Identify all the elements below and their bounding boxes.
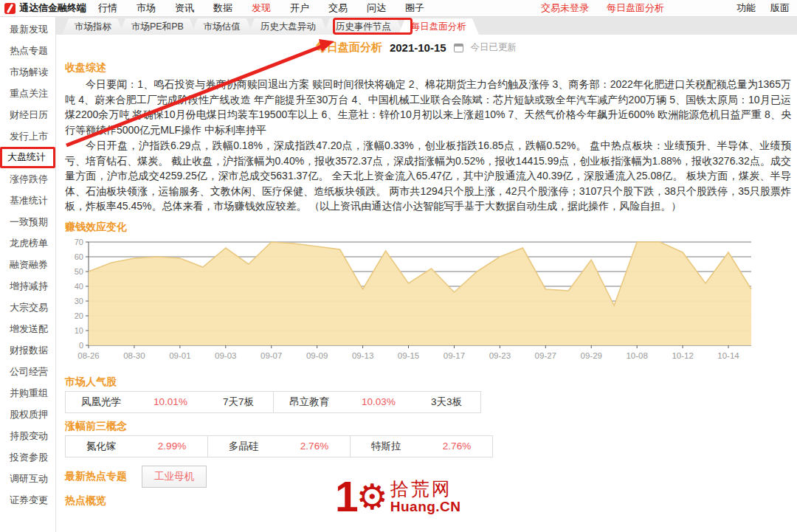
- report-header: 每日盘面分析 2021-10-15 今日已更新: [65, 41, 767, 55]
- sidebar-item-1[interactable]: 最新发现: [0, 18, 55, 40]
- hot-overview-heading: 热点概览: [65, 494, 797, 508]
- svg-text:09-27: 09-27: [535, 351, 556, 360]
- layout-menu[interactable]: 版面: [770, 1, 790, 15]
- sidebar-item-13[interactable]: 增持减持: [0, 275, 55, 297]
- svg-text:70: 70: [75, 238, 83, 246]
- top-concepts-table: 氮化镓2.99%多晶硅2.76%特斯拉2.76%: [65, 435, 493, 457]
- sidebar-item-17[interactable]: 公司经营: [0, 361, 55, 382]
- top-menu-item-3[interactable]: 资讯: [175, 1, 194, 15]
- top-menu-item-2[interactable]: 市场: [137, 1, 156, 15]
- sidebar-item-22[interactable]: 调研互动: [0, 468, 55, 489]
- sidebar-item-16[interactable]: 财报数据: [0, 339, 55, 361]
- hot-stock-row-2[interactable]: 昂立教育10.03%3天3板: [273, 392, 480, 412]
- sidebar-item-8[interactable]: 涨停跌停: [0, 168, 55, 190]
- top-menu-item-6[interactable]: 开户: [290, 1, 309, 15]
- money-effect-heading: 赚钱效应变化: [65, 221, 797, 234]
- stock-streak: 3天3板: [413, 395, 480, 409]
- trade-login-status[interactable]: 交易未登录: [541, 1, 589, 15]
- tab-bar: 市场指标市场PE和PB市场估值历史大盘异动历史事件节点每日盘面分析: [56, 17, 797, 35]
- app-title: 通达信金融终端: [19, 1, 86, 15]
- tab-2[interactable]: 市场PE和PB: [119, 18, 196, 35]
- report-date: 2021-10-15: [390, 41, 446, 54]
- top-menu-item-7[interactable]: 交易: [328, 1, 348, 15]
- sidebar-item-20[interactable]: 持股变动: [0, 425, 55, 446]
- top-menu-item-8[interactable]: 问达: [367, 1, 386, 15]
- tab-4[interactable]: 历史大盘异动: [248, 18, 328, 35]
- svg-text:20: 20: [75, 311, 83, 320]
- stock-name: 凤凰光学: [66, 395, 137, 409]
- svg-text:09-15: 09-15: [398, 351, 419, 360]
- concept-item-1[interactable]: 氮化镓2.99%: [66, 436, 207, 457]
- sidebar-item-3[interactable]: 市场解读: [0, 61, 55, 83]
- hot-topic-heading: 最新热点专题: [65, 470, 127, 483]
- sidebar-item-10[interactable]: 一致预期: [0, 211, 55, 232]
- top-mid-links: 交易未登录 每日盘面分析: [541, 1, 664, 15]
- top-menu-item-5[interactable]: 发现: [252, 1, 271, 15]
- sidebar-item-21[interactable]: 投资参股: [0, 446, 55, 468]
- svg-text:10-12: 10-12: [672, 351, 693, 360]
- concept-change-pct: 2.76%: [421, 441, 492, 452]
- svg-text:40: 40: [75, 282, 83, 291]
- sidebar-item-7[interactable]: 大盘统计: [0, 147, 55, 168]
- top-concepts-heading: 涨幅前三概念: [65, 420, 797, 433]
- functions-menu[interactable]: 功能: [736, 1, 756, 15]
- svg-text:0: 0: [79, 341, 83, 350]
- update-status: 今日已更新: [471, 41, 517, 54]
- concept-item-3[interactable]: 特斯拉2.76%: [350, 436, 492, 457]
- concept-item-2[interactable]: 多晶硅2.76%: [207, 436, 350, 457]
- page-title: 每日盘面分析: [316, 41, 382, 55]
- sidebar-item-6[interactable]: 发行上市: [0, 125, 55, 147]
- top-menu-item-1[interactable]: 行情: [98, 1, 117, 15]
- concept-name: 氮化镓: [66, 440, 137, 453]
- svg-text:60: 60: [75, 252, 83, 261]
- svg-text:09-03: 09-03: [215, 351, 236, 360]
- sidebar-item-15[interactable]: 增发送配: [0, 318, 55, 339]
- app-logo: 通达信金融终端: [4, 1, 86, 15]
- tab-3[interactable]: 市场估值: [191, 18, 253, 35]
- sidebar-item-14[interactable]: 大宗交易: [0, 297, 55, 318]
- concept-name: 多晶硅: [208, 440, 279, 453]
- daily-analysis-link[interactable]: 每日盘面分析: [607, 1, 664, 15]
- market-summary-paragraph: 今日开盘，沪指跌6.29点，跌幅0.18%，深成指跌47.20点，涨幅0.33%…: [65, 138, 791, 214]
- stock-name: 昂立教育: [274, 395, 345, 409]
- stock-change-pct: 10.03%: [345, 396, 413, 407]
- svg-text:09-17: 09-17: [444, 351, 465, 360]
- sidebar-item-11[interactable]: 龙虎榜单: [0, 232, 55, 254]
- sidebar-item-18[interactable]: 并购重组: [0, 382, 55, 404]
- top-menu-item-4[interactable]: 数据: [213, 1, 232, 15]
- news-paragraph: 今日要闻：1、鸣石投资与券商协商赎回退出方案 赎回时间很快将确定 2、棉花期货主…: [65, 77, 791, 137]
- closing-summary-heading: 收盘综述: [65, 61, 797, 75]
- tab-1[interactable]: 市场指标: [62, 18, 124, 35]
- concept-change-pct: 2.76%: [279, 441, 350, 452]
- money-effect-chart: 01020304050607008-2608-3009-0109-0309-07…: [65, 236, 797, 369]
- tdx-logo-icon: [4, 3, 15, 14]
- area-chart-svg: 01020304050607008-2608-3009-0109-0309-07…: [65, 236, 760, 366]
- area-series: [89, 242, 751, 345]
- svg-text:50: 50: [75, 267, 83, 276]
- top-menu-item-9[interactable]: 圈子: [405, 1, 424, 15]
- svg-text:09-09: 09-09: [306, 351, 328, 360]
- top-menu-bar: 通达信金融终端 行情市场资讯数据发现开户交易问达圈子 交易未登录 每日盘面分析 …: [0, 0, 797, 17]
- svg-text:09-07: 09-07: [261, 351, 282, 360]
- svg-text:08-30: 08-30: [123, 351, 145, 360]
- sidebar-item-12[interactable]: 融资融券: [0, 254, 55, 275]
- main-content: 每日盘面分析 2021-10-15 今日已更新 收盘综述 今日要闻：1、鸣石投资…: [56, 35, 797, 532]
- sidebar-item-23[interactable]: 证券变更: [0, 489, 55, 511]
- sidebar-item-9[interactable]: 基准统计: [0, 190, 55, 211]
- stock-streak: 7天7板: [204, 395, 272, 409]
- svg-text:08-26: 08-26: [77, 351, 99, 360]
- hot-stock-row-1[interactable]: 凤凰光学10.01%7天7板: [66, 392, 273, 412]
- svg-text:09-01: 09-01: [169, 351, 190, 360]
- calendar-icon[interactable]: [454, 44, 463, 52]
- svg-text:10: 10: [75, 326, 83, 335]
- tab-5[interactable]: 历史事件节点: [323, 18, 404, 35]
- sidebar-item-5[interactable]: 财经日历: [0, 104, 55, 125]
- sidebar-item-19[interactable]: 股权质押: [0, 404, 55, 425]
- svg-text:09-23: 09-23: [489, 351, 511, 360]
- industrial-machine-topic-button[interactable]: 工业母机: [142, 466, 207, 488]
- sidebar-item-4[interactable]: 重点关注: [0, 83, 55, 104]
- concept-change-pct: 2.99%: [137, 441, 207, 452]
- sidebar-item-2[interactable]: 热点专题: [0, 40, 55, 61]
- tab-6[interactable]: 每日盘面分析: [398, 18, 479, 35]
- hot-stocks-heading: 市场人气股: [65, 376, 797, 389]
